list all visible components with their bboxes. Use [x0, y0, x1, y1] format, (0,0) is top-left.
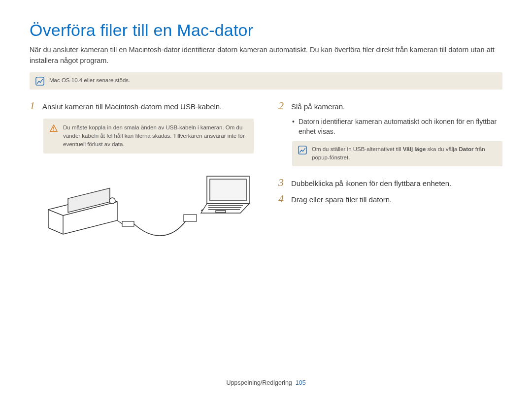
page-title: Överföra filer till en Mac-dator: [30, 21, 502, 40]
svg-point-2: [53, 130, 54, 131]
svg-rect-6: [184, 215, 197, 221]
svg-point-4: [109, 198, 115, 204]
step-text: Slå på kameran.: [291, 100, 345, 112]
info-text: Om du ställer in USB-alternativet till V…: [312, 145, 497, 162]
note-icon: [298, 146, 307, 154]
warning-icon: [49, 124, 58, 133]
step-number: 4: [278, 193, 286, 204]
bullet-text: Datorn identifierar kameran automatiskt …: [299, 117, 502, 137]
svg-rect-12: [299, 146, 306, 154]
right-column: 2 Slå på kameran. • Datorn identifierar …: [278, 100, 502, 247]
step-2-bullet: • Datorn identifierar kameran automatisk…: [292, 117, 502, 137]
step-text: Drag eller spara filer till datorn.: [291, 193, 392, 205]
info-text-bold: Välj läge: [403, 146, 426, 152]
page-footer: Uppspelning/Redigering 105: [0, 379, 532, 386]
usb-connection-illustration: [43, 166, 250, 245]
info-text-seg: Om du ställer in USB-alternativet till: [312, 146, 403, 152]
step-3: 3 Dubbelklicka på ikonen för den flyttba…: [278, 177, 502, 188]
warning-text: Du måste koppla in den smala änden av US…: [63, 123, 248, 149]
bullet-dot: •: [292, 117, 295, 137]
footer-page-number: 105: [296, 379, 306, 386]
note-icon: [35, 77, 44, 86]
intro-paragraph: När du ansluter kameran till en Macintos…: [30, 45, 502, 66]
step-number: 3: [278, 177, 286, 188]
top-note-box: Mac OS 10.4 eller senare stöds.: [30, 72, 502, 90]
footer-section: Uppspelning/Redigering: [226, 379, 292, 386]
columns: 1 Anslut kameran till Macintosh-datorn m…: [30, 100, 502, 247]
svg-rect-5: [122, 221, 134, 226]
step-1: 1 Anslut kameran till Macintosh-datorn m…: [30, 100, 254, 112]
info-text-bold: Dator: [459, 146, 474, 152]
left-column: 1 Anslut kameran till Macintosh-datorn m…: [30, 100, 254, 247]
warning-box: Du måste koppla in den smala änden av US…: [43, 119, 254, 154]
svg-rect-0: [36, 77, 44, 85]
top-note-text: Mac OS 10.4 eller senare stöds.: [49, 76, 130, 85]
info-text-seg: ska du välja: [426, 146, 459, 152]
step-text: Anslut kameran till Macintosh-datorn med…: [42, 100, 222, 112]
step-text: Dubbelklicka på ikonen för den flyttbara…: [291, 177, 451, 188]
svg-rect-11: [216, 211, 226, 213]
svg-rect-7: [210, 179, 246, 201]
step-4: 4 Drag eller spara filer till datorn.: [278, 193, 502, 205]
step-2: 2 Slå på kameran.: [278, 100, 502, 112]
info-box: Om du ställer in USB-alternativet till V…: [292, 141, 502, 166]
step-number: 1: [30, 100, 37, 111]
step-number: 2: [278, 100, 286, 111]
